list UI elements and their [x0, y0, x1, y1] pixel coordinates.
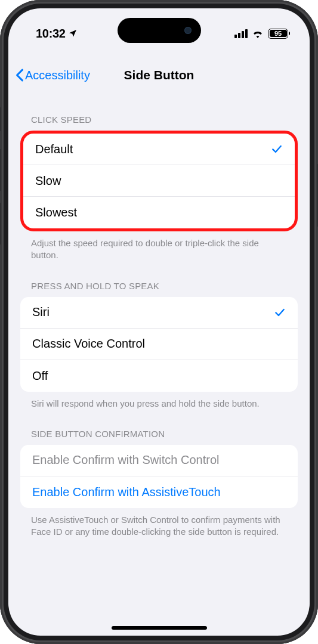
phone-frame: 10:32 95	[0, 0, 318, 644]
volume-down-button	[0, 203, 1, 244]
mute-switch	[0, 107, 1, 131]
option-label: Slow	[35, 174, 61, 188]
screen: 10:32 95	[8, 8, 310, 636]
chevron-left-icon	[16, 69, 24, 82]
option-label: Slowest	[35, 206, 77, 219]
option-label: Enable Confirm with AssistiveTouch	[32, 485, 221, 499]
status-right: 95	[234, 29, 288, 39]
checkmark-icon	[274, 306, 286, 318]
section-footer-click-speed: Adjust the speed required to double or t…	[20, 231, 298, 273]
confirm-assistive-touch-button[interactable]: Enable Confirm with AssistiveTouch	[20, 476, 298, 508]
battery-percent: 95	[274, 30, 282, 37]
page-title: Side Button	[124, 68, 194, 82]
option-label: Default	[35, 143, 73, 156]
section-header-click-speed: CLICK SPEED	[20, 106, 298, 131]
click-speed-option-default[interactable]: Default	[23, 134, 295, 165]
battery-icon: 95	[268, 29, 288, 39]
option-label: Classic Voice Control	[32, 337, 145, 351]
location-arrow-icon	[68, 29, 78, 38]
checkmark-icon	[271, 143, 283, 155]
option-label: Enable Confirm with Switch Control	[32, 453, 219, 467]
click-speed-option-slowest[interactable]: Slowest	[23, 197, 295, 228]
status-time: 10:32	[36, 27, 66, 41]
section-footer-confirmation: Use AssistiveTouch or Switch Control to …	[20, 508, 298, 549]
confirmation-group: Enable Confirm with Switch Control Enabl…	[20, 445, 298, 508]
status-left: 10:32	[36, 27, 78, 41]
home-indicator[interactable]	[112, 626, 207, 630]
section-header-confirmation: SIDE BUTTON CONFIRMATION	[20, 420, 298, 445]
cellular-signal-icon	[234, 29, 248, 38]
option-label: Siri	[32, 305, 50, 319]
dynamic-island	[118, 18, 201, 43]
nav-bar: Accessibility Side Button	[8, 58, 310, 92]
press-hold-group: Siri Classic Voice Control Off	[20, 297, 298, 392]
click-speed-group: Default Slow Slowest	[20, 131, 298, 231]
confirm-switch-control-button: Enable Confirm with Switch Control	[20, 445, 298, 476]
wifi-icon	[252, 29, 264, 38]
volume-up-button	[0, 149, 1, 191]
section-footer-press-hold: Siri will respond when you press and hol…	[20, 392, 298, 420]
section-header-press-hold: PRESS AND HOLD TO SPEAK	[20, 273, 298, 297]
front-camera	[184, 27, 192, 34]
press-hold-option-classic[interactable]: Classic Voice Control	[20, 329, 298, 360]
back-button[interactable]: Accessibility	[16, 69, 90, 82]
press-hold-option-off[interactable]: Off	[20, 360, 298, 392]
content-scroll[interactable]: CLICK SPEED Default Slow Slowest Adjust …	[8, 92, 310, 636]
option-label: Off	[32, 369, 48, 383]
back-label: Accessibility	[25, 69, 90, 82]
press-hold-option-siri[interactable]: Siri	[20, 297, 298, 329]
click-speed-option-slow[interactable]: Slow	[23, 165, 295, 197]
